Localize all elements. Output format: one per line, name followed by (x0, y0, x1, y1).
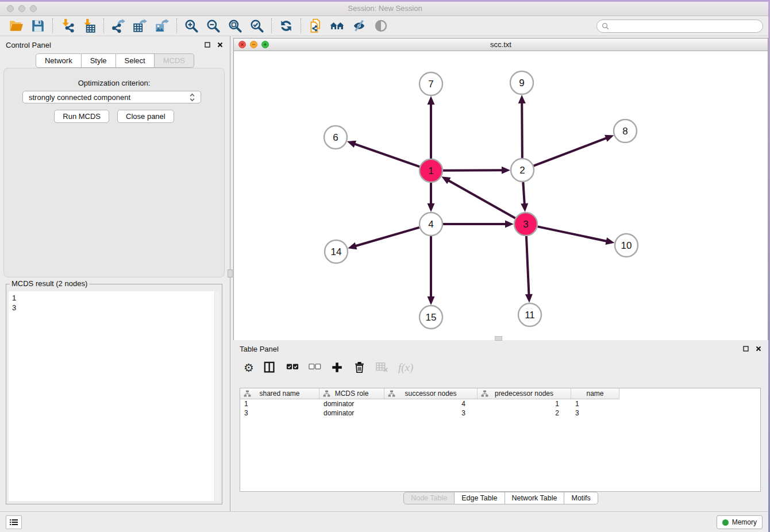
select-all-button[interactable] (286, 361, 299, 374)
first-neighbors-button[interactable] (328, 18, 346, 34)
float-icon (205, 42, 210, 48)
table-row-2[interactable]: 3dominator323 (240, 408, 760, 418)
network-canvas[interactable]: 1234678910111415 (234, 51, 768, 340)
node-label-6: 6 (333, 132, 338, 143)
edge-arrowhead-3-10 (605, 237, 614, 245)
edge-4-14[interactable] (355, 228, 419, 246)
node-label-3: 3 (523, 219, 528, 230)
table-tab-motifs[interactable]: Motifs (564, 492, 598, 504)
edge-arrowhead-4-14 (348, 242, 357, 249)
import-network-button[interactable] (58, 18, 76, 34)
zoom-in-button[interactable] (182, 18, 201, 34)
column-header-MCDS-role[interactable]: MCDS role (319, 388, 384, 399)
gear-icon: ⚙ (244, 362, 254, 373)
zoom-selected-button[interactable] (248, 18, 266, 34)
mcds-result-textarea[interactable]: 1 3 (9, 291, 220, 501)
close-glyph-icon (239, 41, 245, 48)
tab-network[interactable]: Network (36, 53, 82, 68)
zoom-fit-button[interactable] (226, 18, 244, 34)
edge-3-11[interactable] (526, 236, 529, 296)
close-panel-button[interactable] (216, 41, 224, 49)
zoom-out-button[interactable] (204, 18, 222, 34)
edge-arrowhead-1-4 (428, 203, 435, 212)
edge-2-8[interactable] (534, 138, 608, 166)
cell-name[interactable]: 1 (571, 399, 619, 408)
search-input[interactable] (612, 22, 758, 30)
optimization-criterion-select[interactable]: strongly connected component (22, 91, 201, 103)
table-row-1[interactable]: 1dominator411 (240, 399, 760, 408)
show-hidden-icon (374, 18, 388, 33)
refresh-button[interactable] (277, 18, 295, 34)
delete-row-button[interactable] (353, 361, 366, 374)
table-float-button[interactable] (742, 345, 750, 353)
deselect-all-button[interactable] (309, 361, 321, 374)
close-panel-action-button[interactable]: Close panel (117, 110, 174, 123)
export-image-button[interactable] (153, 18, 171, 34)
edge-3-10[interactable] (538, 226, 608, 241)
edge-2-9[interactable] (522, 102, 522, 158)
edge-1-6[interactable] (353, 144, 419, 167)
column-label: MCDS role (335, 390, 369, 398)
open-file-button[interactable] (7, 18, 25, 34)
table-tab-edge-table[interactable]: Edge Table (455, 492, 505, 504)
cell-predecessor-nodes[interactable]: 1 (478, 399, 571, 408)
task-history-button[interactable] (6, 515, 22, 529)
export-image-icon (155, 18, 170, 33)
export-network-button[interactable] (109, 18, 128, 34)
cell-MCDS-role[interactable]: dominator (319, 408, 384, 418)
tab-style[interactable]: Style (82, 53, 116, 68)
open-file-icon (9, 18, 24, 33)
table-close-button[interactable] (754, 345, 763, 353)
network-window-titlebar[interactable]: scc.txt (234, 38, 768, 51)
hide-selected-button[interactable] (350, 18, 368, 34)
zoom-out-icon (206, 18, 221, 33)
run-mcds-button[interactable]: Run MCDS (54, 110, 109, 123)
node-label-9: 9 (519, 78, 524, 88)
control-panel-tabs: NetworkStyleSelectMCDS (0, 53, 230, 68)
cell-shared-name[interactable]: 1 (240, 399, 319, 408)
cell-MCDS-role[interactable]: dominator (319, 399, 384, 408)
column-header-successor-nodes[interactable]: successor nodes (384, 388, 478, 399)
show-hidden-button (372, 18, 390, 34)
export-table-icon (133, 18, 148, 33)
first-neighbors-icon (330, 18, 345, 33)
tab-select[interactable]: Select (116, 53, 155, 68)
save-session-icon (30, 18, 45, 33)
table-toolbar: ⚙f(x) (233, 356, 768, 379)
result-scrollbar[interactable] (214, 291, 220, 501)
clone-network-button[interactable] (306, 18, 325, 34)
edge-3-1[interactable] (448, 180, 515, 218)
horizontal-splitter-handle[interactable] (495, 336, 502, 341)
memory-button[interactable]: Memory (717, 515, 763, 529)
cell-successor-nodes[interactable]: 3 (384, 408, 478, 418)
zoom-selected-icon (249, 18, 264, 33)
edge-2-3[interactable] (523, 182, 525, 205)
tab-mcds[interactable]: MCDS (155, 53, 194, 68)
cell-successor-nodes[interactable]: 4 (384, 399, 478, 408)
vertical-splitter-handle[interactable] (228, 269, 233, 277)
cell-shared-name[interactable]: 3 (240, 408, 319, 418)
control-panel-title: Control Panel (6, 41, 51, 49)
network-close-button[interactable] (238, 41, 246, 48)
search-box[interactable] (596, 20, 763, 33)
cell-predecessor-nodes[interactable]: 2 (478, 408, 571, 418)
network-maximize-button[interactable] (261, 41, 269, 48)
column-visibility-button[interactable] (264, 361, 276, 374)
column-header-shared-name[interactable]: shared name (240, 388, 319, 399)
cell-name[interactable]: 3 (571, 408, 619, 418)
network-graph[interactable]: 1234678910111415 (234, 51, 768, 340)
export-table-button[interactable] (131, 18, 149, 34)
table-tab-node-table[interactable]: Node Table (403, 492, 455, 504)
save-session-button[interactable] (29, 18, 47, 34)
float-panel-button[interactable] (203, 41, 211, 49)
search-icon (602, 22, 609, 30)
table-tab-network-table[interactable]: Network Table (505, 492, 565, 504)
column-header-name[interactable]: name (571, 388, 619, 399)
edge-1-2[interactable] (443, 170, 503, 171)
import-table-button[interactable] (80, 18, 98, 34)
select-all-icon (286, 361, 299, 374)
add-row-button[interactable] (331, 361, 344, 374)
network-minimize-button[interactable] (250, 41, 257, 48)
column-header-predecessor-nodes[interactable]: predecessor nodes (478, 388, 571, 399)
settings-gear-button[interactable]: ⚙ (244, 362, 254, 373)
